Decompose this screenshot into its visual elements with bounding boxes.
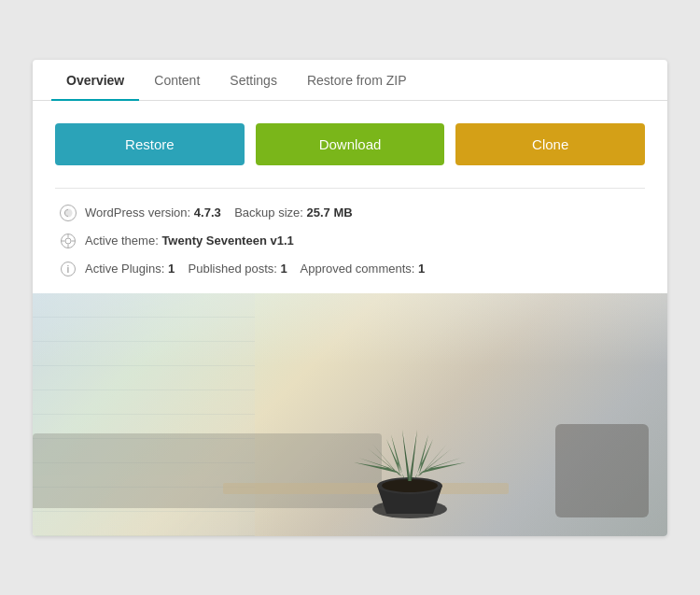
plant-image bbox=[335, 327, 484, 536]
info-section: WordPress version: 4.7.3 Backup size: 25… bbox=[55, 204, 645, 278]
theme-icon bbox=[59, 232, 77, 250]
tab-content[interactable]: Content bbox=[139, 60, 215, 101]
wordpress-icon bbox=[59, 204, 77, 222]
info-row-plugins: i Active Plugins: 1 Published posts: 1 A… bbox=[59, 260, 641, 278]
action-buttons-group: Restore Download Clone bbox=[55, 123, 645, 165]
svg-point-2 bbox=[65, 238, 71, 244]
main-card: Overview Content Settings Restore from Z… bbox=[33, 60, 667, 536]
tab-bar: Overview Content Settings Restore from Z… bbox=[33, 60, 667, 101]
info-icon: i bbox=[59, 260, 77, 278]
tab-settings[interactable]: Settings bbox=[215, 60, 292, 101]
overview-content: Restore Download Clone WordPress version… bbox=[33, 101, 667, 278]
chair-shape bbox=[555, 424, 649, 517]
sofa-shape bbox=[33, 433, 382, 508]
wp-version-text: WordPress version: 4.7.3 Backup size: 25… bbox=[85, 205, 353, 220]
tab-overview[interactable]: Overview bbox=[51, 60, 139, 101]
tab-restore-zip[interactable]: Restore from ZIP bbox=[292, 60, 422, 101]
download-button[interactable]: Download bbox=[256, 123, 445, 165]
theme-text: Active theme: Twenty Seventeen v1.1 bbox=[85, 234, 294, 248]
section-divider bbox=[55, 188, 645, 189]
svg-text:i: i bbox=[67, 264, 70, 275]
clone-button[interactable]: Clone bbox=[455, 123, 645, 165]
info-row-theme: Active theme: Twenty Seventeen v1.1 bbox=[59, 232, 641, 250]
site-screenshot bbox=[33, 293, 667, 536]
info-row-wp: WordPress version: 4.7.3 Backup size: 25… bbox=[59, 204, 641, 222]
plugins-text: Active Plugins: 1 Published posts: 1 App… bbox=[85, 262, 425, 276]
svg-point-11 bbox=[382, 479, 438, 492]
restore-button[interactable]: Restore bbox=[55, 123, 245, 165]
